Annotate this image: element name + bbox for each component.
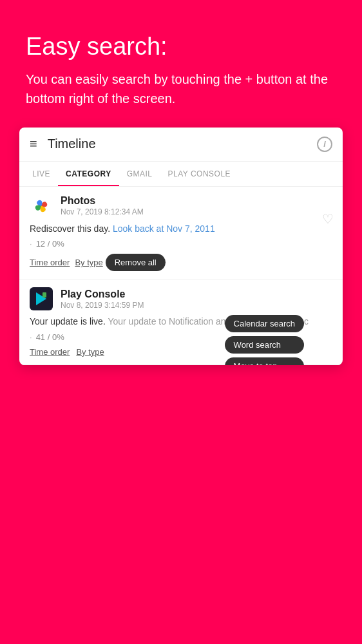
app-card-wrapper: ≡ Timeline i LIVE CATEGORY GMAIL PLAY CO… — [0, 128, 362, 365]
app-card: ≡ Timeline i LIVE CATEGORY GMAIL PLAY CO… — [19, 128, 343, 365]
play-console-app-info: Play Console Nov 8, 2019 3:14:59 PM — [61, 289, 144, 310]
item-header-play: Play Console Nov 8, 2019 3:14:59 PM — [30, 287, 332, 310]
play-content-main: Your update is live. — [30, 316, 106, 327]
move-to-top-tooltip[interactable]: Move to top — [225, 357, 304, 365]
play-time-order[interactable]: Time order — [30, 347, 70, 357]
hero-section: Easy search: You can easily search by to… — [0, 0, 362, 128]
hamburger-icon[interactable]: ≡ — [30, 137, 37, 151]
tab-live[interactable]: LIVE — [24, 162, 58, 186]
photos-by-type[interactable]: By type — [75, 258, 102, 267]
info-icon[interactable]: i — [317, 137, 332, 152]
overlay-tooltips: Calendar search Word search Move to top — [225, 315, 304, 365]
photos-content-main: Rediscover this day. — [30, 223, 110, 234]
timeline-item-photos: Photos Nov 7, 2019 8:12:34 AM Rediscover… — [19, 187, 343, 280]
photos-app-icon — [30, 194, 53, 218]
app-title: Timeline — [48, 137, 317, 151]
tabs-bar: LIVE CATEGORY GMAIL PLAY CONSOLE — [19, 162, 343, 187]
svg-rect-2 — [43, 292, 46, 298]
photos-stats: 12 / 0% — [30, 239, 332, 249]
hero-subtitle: You can easily search by touching the + … — [26, 70, 336, 108]
play-console-app-name: Play Console — [61, 289, 144, 300]
tab-category[interactable]: CATEGORY — [58, 162, 119, 186]
remove-all-tooltip[interactable]: Remove all — [106, 254, 166, 271]
photos-app-info: Photos Nov 7, 2019 8:12:34 AM — [61, 195, 144, 216]
heart-icon[interactable]: ♡ — [322, 211, 334, 227]
app-header: ≡ Timeline i — [19, 128, 343, 162]
photos-timestamp: Nov 7, 2019 8:12:34 AM — [61, 207, 144, 216]
tab-gmail[interactable]: GMAIL — [119, 162, 160, 186]
timeline-item-play-console: Play Console Nov 8, 2019 3:14:59 PM Your… — [19, 279, 343, 365]
play-by-type[interactable]: By type — [76, 347, 104, 357]
photos-time-order[interactable]: Time order — [30, 258, 70, 267]
item-header-photos: Photos Nov 7, 2019 8:12:34 AM — [30, 194, 332, 218]
play-console-timestamp: Nov 8, 2019 3:14:59 PM — [61, 301, 144, 310]
play-console-app-icon — [30, 287, 53, 310]
photos-content-highlight: Look back at Nov 7, 2011 — [113, 223, 215, 234]
photos-app-name: Photos — [61, 195, 144, 207]
word-search-tooltip[interactable]: Word search — [225, 336, 304, 354]
calendar-search-tooltip[interactable]: Calendar search — [225, 315, 304, 332]
photos-content: Rediscover this day. Look back at Nov 7,… — [30, 223, 332, 236]
tab-play-console[interactable]: PLAY CONSOLE — [160, 162, 239, 186]
hero-title: Easy search: — [26, 32, 336, 62]
